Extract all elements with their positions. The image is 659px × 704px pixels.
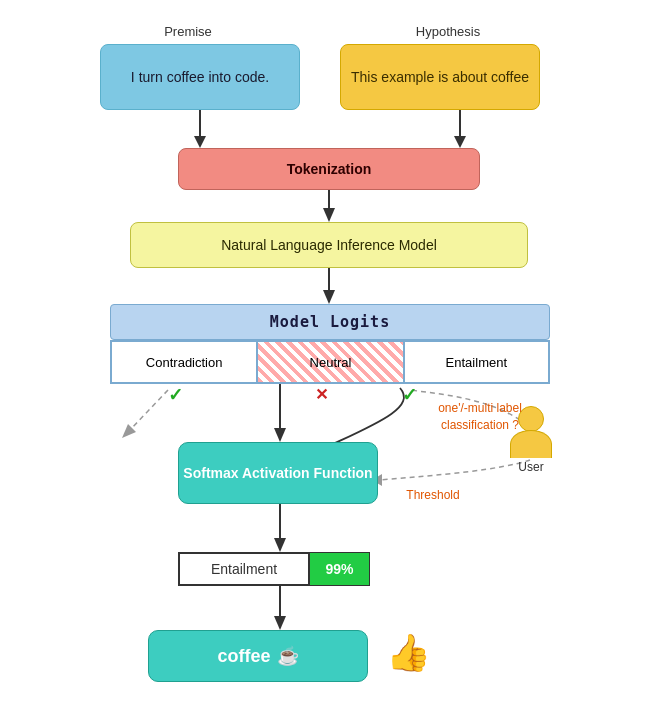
tokenization-text: Tokenization [287, 161, 372, 177]
nli-model-box: Natural Language Inference Model [130, 222, 528, 268]
svg-marker-11 [274, 538, 286, 552]
annotation-classification-text: one'/-multi label classification ? [438, 401, 522, 432]
svg-marker-1 [194, 136, 206, 148]
entailment-logit-cell: Entailment [404, 341, 549, 383]
model-logits-text: Model Logits [270, 313, 390, 331]
model-logits-box: Model Logits [110, 304, 550, 340]
svg-line-14 [130, 390, 168, 430]
user-label-text: User [518, 460, 543, 474]
softmax-box: Softmax Activation Function [178, 442, 378, 504]
tokenization-box: Tokenization [178, 148, 480, 190]
svg-marker-5 [323, 208, 335, 222]
neutral-cell: Neutral [257, 341, 403, 383]
user-body-shape [510, 430, 552, 458]
annotation-threshold: Threshold [388, 488, 478, 502]
entailment-result-text: Entailment [211, 561, 277, 577]
annotation-classification: one'/-multi label classification ? [415, 400, 545, 434]
svg-marker-3 [454, 136, 466, 148]
neutral-text: Neutral [310, 355, 352, 370]
premise-box: I turn coffee into code. [100, 44, 300, 110]
nli-model-text: Natural Language Inference Model [221, 237, 437, 253]
logits-row: Contradiction Neutral Entailment [110, 340, 550, 384]
annotation-threshold-text: Threshold [406, 488, 459, 502]
premise-label: Premise [148, 24, 228, 39]
hypothesis-label: Hypothesis [388, 24, 508, 39]
svg-marker-7 [323, 290, 335, 304]
coffee-emoji: ☕ [277, 645, 299, 667]
entailment-result-cell: Entailment [179, 553, 309, 585]
contradiction-check: ✓ [168, 384, 183, 406]
entailment-logit-text: Entailment [446, 355, 507, 370]
hypothesis-box: This example is about coffee [340, 44, 540, 110]
diagram: Premise Hypothesis I turn coffee into co… [0, 0, 659, 704]
neutral-cross: ✕ [315, 385, 328, 404]
percent-text: 99% [325, 561, 353, 577]
svg-marker-15 [122, 424, 136, 438]
hypothesis-text: This example is about coffee [351, 69, 529, 85]
contradiction-cell: Contradiction [111, 341, 257, 383]
thumbs-up: 👍 [386, 632, 431, 674]
svg-marker-9 [274, 428, 286, 442]
softmax-text: Softmax Activation Function [183, 465, 372, 481]
premise-text: I turn coffee into code. [131, 69, 269, 85]
coffee-output-text: coffee [217, 646, 270, 667]
contradiction-text: Contradiction [146, 355, 223, 370]
coffee-output-box: coffee ☕ [148, 630, 368, 682]
svg-marker-13 [274, 616, 286, 630]
entailment-result-row: Entailment 99% [178, 552, 370, 586]
percent-cell: 99% [309, 553, 369, 585]
